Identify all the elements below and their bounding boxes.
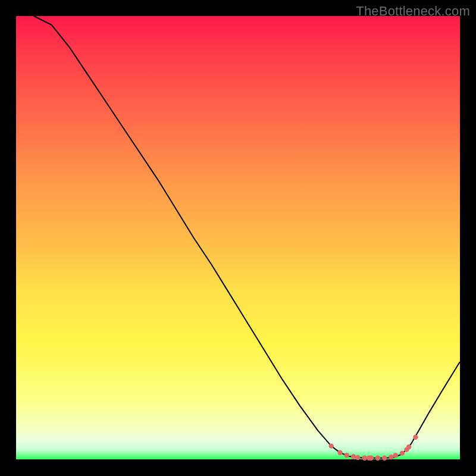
highlight-dot: [406, 444, 411, 449]
highlight-dot: [329, 443, 334, 448]
chart-container: TheBottleneck.com: [0, 0, 476, 476]
highlight-dot: [389, 455, 393, 459]
highlight-dot: [400, 450, 405, 455]
curve-layer: [16, 16, 460, 459]
plot-area: [16, 16, 460, 459]
highlight-dot: [362, 456, 367, 461]
highlight-dot: [337, 450, 342, 455]
highlight-dot: [393, 453, 398, 458]
highlight-dot: [375, 456, 380, 461]
highlight-dot: [355, 455, 360, 460]
highlight-dots: [329, 435, 418, 461]
highlight-dot: [345, 453, 349, 458]
highlight-dot: [382, 456, 387, 461]
highlight-dot: [351, 454, 356, 459]
watermark-text: TheBottleneck.com: [356, 4, 470, 19]
highlight-dot: [369, 456, 374, 461]
highlight-dot: [413, 435, 418, 440]
bottleneck-curve: [34, 16, 460, 458]
